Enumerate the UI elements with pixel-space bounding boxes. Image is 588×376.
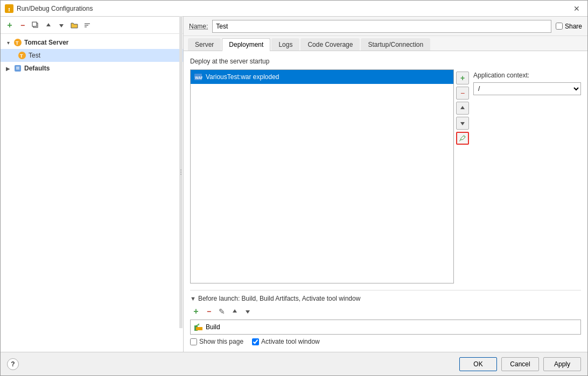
deploy-list: WAR VariousTest:war exploded [190, 69, 454, 283]
deploy-down-button[interactable] [456, 117, 469, 130]
tomcat-icon: T [13, 38, 22, 47]
dialog-icon [5, 4, 13, 13]
resize-handle[interactable] [179, 17, 183, 328]
app-context-area: Application context: / [473, 69, 581, 283]
tab-code-coverage[interactable]: Code Coverage [300, 38, 360, 51]
defaults-label: Defaults [24, 65, 50, 72]
deploy-add-button[interactable]: + [456, 72, 469, 84]
deploy-section-title: Deploy at the server startup [190, 58, 581, 65]
tomcat-label: Tomcat Server [24, 39, 68, 46]
launch-down-button[interactable] [242, 306, 254, 317]
bottom-checkboxes: Show this page Activate tool window [190, 338, 581, 345]
name-bar: Name: Share [184, 17, 587, 36]
svg-text:WAR: WAR [195, 76, 202, 80]
tab-startup-connection[interactable]: Startup/Connection [361, 38, 430, 51]
show-page-checkbox-item: Show this page [190, 338, 243, 345]
remove-config-button[interactable]: − [17, 19, 29, 31]
defaults-icon [13, 64, 22, 73]
app-context-label: Application context: [473, 72, 581, 79]
defaults-chevron: ▶ [5, 65, 11, 72]
right-panel: Name: Share Server Deployment Logs Code … [184, 17, 587, 352]
move-down-button[interactable] [55, 19, 67, 31]
build-item-label: Build [206, 323, 220, 331]
svg-text:T: T [16, 40, 19, 46]
tomcat-chevron: ▾ [5, 39, 11, 46]
svg-rect-26 [196, 327, 202, 330]
close-button[interactable]: ✕ [570, 3, 583, 14]
before-launch-chevron: ▼ [190, 295, 196, 302]
title-bar-left: Run/Debug Configurations [5, 4, 93, 13]
tab-deployment-content: Deploy at the server startup WAR [184, 51, 587, 352]
copy-config-button[interactable] [30, 19, 41, 31]
svg-marker-6 [59, 24, 64, 27]
sort-button[interactable] [81, 19, 93, 31]
svg-line-21 [460, 140, 461, 141]
svg-marker-19 [460, 106, 465, 109]
folder-button[interactable] [68, 19, 80, 31]
deploy-list-container: WAR VariousTest:war exploded + − [190, 69, 469, 283]
svg-rect-14 [15, 65, 21, 72]
show-page-label: Show this page [199, 338, 243, 345]
apply-button[interactable]: Apply [543, 357, 581, 371]
deploy-area: WAR VariousTest:war exploded + − [190, 69, 581, 283]
app-context-select[interactable]: / [473, 82, 581, 95]
share-area: Share [556, 23, 582, 30]
launch-add-button[interactable]: + [190, 306, 202, 317]
help-button[interactable]: ? [7, 358, 19, 370]
ok-button[interactable]: OK [459, 357, 497, 371]
deploy-side-buttons: + − [456, 69, 469, 283]
launch-edit-button[interactable]: ✎ [216, 306, 228, 317]
tab-server[interactable]: Server [188, 38, 221, 51]
tab-logs[interactable]: Logs [271, 38, 299, 51]
cancel-button[interactable]: Cancel [501, 357, 539, 371]
activate-tool-label: Activate tool window [261, 338, 320, 345]
test-label: Test [29, 52, 40, 59]
svg-text:T: T [20, 53, 23, 59]
deploy-item-0[interactable]: WAR VariousTest:war exploded [191, 70, 453, 84]
tree-item-defaults[interactable]: ▶ Defaults [1, 62, 183, 75]
svg-rect-4 [32, 22, 37, 26]
move-up-button[interactable] [43, 19, 54, 31]
deploy-edit-button[interactable] [456, 132, 469, 145]
deploy-item-label-0: VariousTest:war exploded [206, 73, 279, 81]
svg-marker-5 [46, 23, 51, 26]
deploy-up-button[interactable] [456, 102, 469, 115]
tabs-bar: Server Deployment Logs Code Coverage Sta… [184, 36, 587, 51]
deploy-remove-button[interactable]: − [456, 87, 469, 100]
title-bar: Run/Debug Configurations ✕ [1, 1, 587, 17]
tree-item-tomcat[interactable]: ▾ T Tomcat Server [1, 36, 183, 49]
name-label: Name: [189, 23, 208, 30]
left-toolbar: + − [1, 17, 183, 34]
launch-up-button[interactable] [229, 306, 241, 317]
activate-tool-checkbox[interactable] [252, 338, 259, 345]
show-page-checkbox[interactable] [190, 338, 197, 345]
before-launch-section: ▼ Before launch: Build, Build Artifacts,… [190, 290, 581, 345]
action-buttons: OK Cancel Apply [459, 357, 581, 371]
war-icon: WAR [194, 73, 202, 81]
before-launch-title: Before launch: Build, Build Artifacts, A… [198, 295, 361, 302]
svg-marker-24 [246, 310, 250, 314]
main-content: + − [1, 17, 587, 352]
name-input[interactable] [212, 20, 551, 33]
svg-marker-23 [233, 309, 237, 313]
tab-deployment[interactable]: Deployment [222, 38, 270, 51]
build-item[interactable]: Build [191, 320, 580, 334]
run-debug-dialog: Run/Debug Configurations ✕ + − [0, 0, 588, 376]
svg-marker-27 [196, 323, 199, 325]
dialog-title: Run/Debug Configurations [17, 5, 93, 12]
share-checkbox[interactable] [556, 23, 563, 30]
before-launch-toolbar: + − ✎ [190, 306, 581, 317]
build-icon [194, 323, 202, 331]
before-launch-list: Build [190, 320, 581, 335]
share-label: Share [565, 23, 582, 30]
launch-remove-button[interactable]: − [203, 306, 215, 317]
left-panel: + − [1, 17, 184, 352]
test-icon: T [18, 51, 26, 60]
add-config-button[interactable]: + [4, 19, 16, 31]
bottom-bar: ? OK Cancel Apply [1, 352, 587, 375]
svg-rect-1 [9, 8, 10, 10]
tree-item-test[interactable]: T Test [1, 49, 183, 62]
svg-marker-20 [460, 122, 465, 125]
activate-tool-checkbox-item: Activate tool window [252, 338, 320, 345]
config-tree: ▾ T Tomcat Server T [1, 34, 183, 352]
